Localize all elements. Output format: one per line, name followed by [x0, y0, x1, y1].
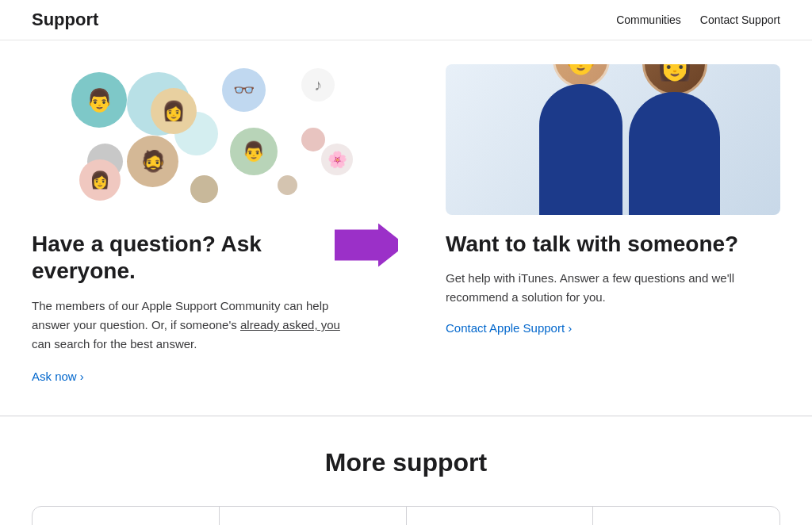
ask-now-link[interactable]: Ask now › [32, 370, 84, 383]
arrow-pointer [335, 224, 398, 270]
community-bubble-art: 👨 👩 👓 🧔 👨 👩 ♪ 🌸 [32, 64, 333, 215]
support-item-appletv[interactable]: tv Apple TV Support › [593, 507, 779, 525]
staff-image: 👨 👩 [446, 64, 780, 215]
site-header: Support Communities Contact Support [0, 0, 812, 40]
avatar-2: 👩 [151, 88, 197, 134]
contact-text: Want to talk with someone? Get help with… [446, 231, 780, 335]
support-item-music[interactable]: Music Support › [33, 507, 220, 525]
more-support-heading: More support [32, 448, 780, 477]
support-grid: Music Support › Watch Movies & TV Shows … [32, 506, 780, 525]
deco-circle-6 [278, 175, 297, 195]
header-nav: Communities Contact Support [616, 13, 780, 26]
staff-person-left: 👨 [539, 64, 622, 215]
deco-circle-4 [190, 175, 218, 203]
avatar-5: 👨 [230, 128, 278, 175]
community-heading: Have a question? Ask everyone. [32, 231, 366, 284]
main-content: 👨 👩 👓 🧔 👨 👩 ♪ 🌸 Have a question? Ask eve… [0, 40, 812, 416]
avatar-6: 👩 [79, 159, 121, 201]
community-text: Have a question? Ask everyone. The membe… [32, 231, 366, 384]
support-item-watch[interactable]: Watch Movies & TV Shows › [220, 507, 407, 525]
svg-marker-0 [335, 224, 398, 267]
community-panel: 👨 👩 👓 🧔 👨 👩 ♪ 🌸 Have a question? Ask eve… [0, 40, 398, 416]
staff-person-right: 👩 [629, 64, 720, 215]
site-logo: Support [32, 10, 98, 30]
contact-apple-support-link[interactable]: Contact Apple Support › [446, 321, 572, 335]
avatar-3: 👓 [222, 68, 266, 112]
staff-head-right: 👩 [642, 64, 707, 96]
staff-body-left [539, 84, 622, 215]
contact-body: Get help with iTunes. Answer a few quest… [446, 269, 747, 307]
community-body: The members of our Apple Support Communi… [32, 297, 349, 354]
avatar-1: 👨 [71, 72, 127, 128]
staff-body-right [629, 92, 720, 215]
support-item-ipod[interactable]: iPod Support › [407, 507, 594, 525]
nav-communities[interactable]: Communities [616, 13, 681, 26]
nav-contact-support[interactable]: Contact Support [700, 13, 780, 26]
more-support-section: More support Music Support › Watch Mov [0, 416, 812, 525]
deco-circle-5 [301, 128, 325, 151]
music-note-bubble: ♪ [301, 68, 335, 102]
contact-panel: 👨 👩 Want to talk with someone? Get help … [398, 40, 812, 416]
avatar-4: 🧔 [127, 136, 178, 187]
flower-bubble: 🌸 [321, 144, 353, 175]
arrow-right-icon [335, 224, 398, 267]
contact-heading: Want to talk with someone? [446, 231, 780, 258]
